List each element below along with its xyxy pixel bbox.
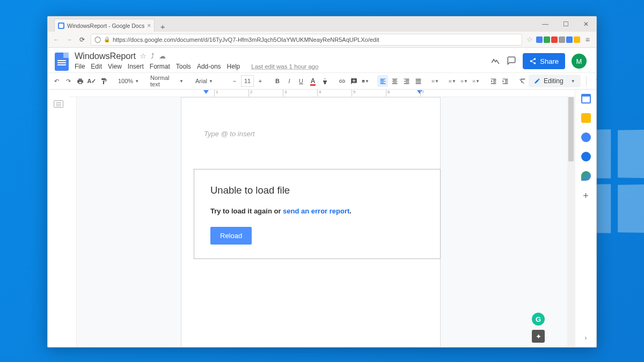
error-title: Unable to load file xyxy=(210,184,424,196)
menu-addons[interactable]: Add-ons xyxy=(197,63,221,70)
menu-bar: File Edit View Insert Format Tools Add-o… xyxy=(75,63,319,70)
svg-point-0 xyxy=(461,80,462,80)
add-comment-button[interactable] xyxy=(348,75,359,87)
reload-page-button[interactable]: ⟳ xyxy=(78,36,86,43)
shield-icon: ◯ xyxy=(94,36,101,43)
docs-header: WindowsReport ☆ ⤴ ☁ File Edit View Inser… xyxy=(48,48,596,72)
paint-format-button[interactable] xyxy=(98,75,109,87)
italic-button[interactable]: I xyxy=(284,75,295,87)
zoom-select[interactable]: 100%▼ xyxy=(115,75,141,87)
cloud-status-icon[interactable]: ☁ xyxy=(159,52,166,60)
editing-mode-select[interactable]: Editing ▼ xyxy=(529,75,581,87)
menu-tools[interactable]: Tools xyxy=(176,63,191,70)
indent-marker-left[interactable] xyxy=(203,90,209,94)
bold-button[interactable]: B xyxy=(272,75,283,87)
clear-format-button[interactable] xyxy=(517,75,528,87)
forward-button[interactable]: → xyxy=(65,36,74,43)
keep-icon[interactable] xyxy=(581,113,591,123)
grammarly-icon[interactable]: G xyxy=(532,313,545,326)
indent-decrease-button[interactable] xyxy=(488,75,499,87)
side-panel: + › xyxy=(575,90,596,347)
spellcheck-button[interactable]: A✓ xyxy=(86,75,97,87)
extension-icons[interactable] xyxy=(536,36,580,43)
avatar-initial: M xyxy=(576,57,582,65)
url-text: https://docs.google.com/document/d/16TyJ… xyxy=(113,36,379,43)
menu-format[interactable]: Format xyxy=(150,63,170,70)
underline-button[interactable]: U xyxy=(296,75,306,87)
vertical-ruler[interactable] xyxy=(69,97,77,347)
bookmark-star-icon[interactable]: ☆ xyxy=(526,35,533,43)
add-sidepanel-icon[interactable]: + xyxy=(583,190,589,202)
workspace: 1 2 3 4 5 6 7 Type @ to insert Unable to… xyxy=(48,90,596,347)
maps-icon[interactable] xyxy=(581,171,591,181)
calendar-icon[interactable] xyxy=(581,94,591,104)
checklist-button[interactable]: ▼ xyxy=(447,75,458,87)
share-label: Share xyxy=(540,57,559,65)
sidepanel-collapse-icon[interactable]: › xyxy=(584,328,587,347)
url-bar: ← → ⟳ ◯ 🔒 https://docs.google.com/docume… xyxy=(48,32,596,48)
menu-file[interactable]: File xyxy=(75,63,85,70)
menu-view[interactable]: View xyxy=(108,63,122,70)
url-field[interactable]: ◯ 🔒 https://docs.google.com/document/d/1… xyxy=(91,34,522,46)
font-size-field[interactable]: 11 xyxy=(241,75,254,87)
align-justify-button[interactable] xyxy=(413,75,423,87)
svg-point-2 xyxy=(461,82,462,82)
contacts-icon[interactable] xyxy=(581,152,591,161)
numbered-list-button[interactable]: ▼ xyxy=(471,75,481,87)
text-color-button[interactable]: A xyxy=(308,75,318,87)
document-title[interactable]: WindowsReport xyxy=(75,51,136,61)
link-button[interactable] xyxy=(336,75,347,87)
browser-window: WindowsReport - Google Docs × + — ☐ ✕ ← … xyxy=(47,16,597,348)
reload-button[interactable]: Reload xyxy=(210,227,252,245)
font-size-increase[interactable]: + xyxy=(255,75,266,87)
vertical-scrollbar[interactable] xyxy=(567,97,575,347)
align-center-button[interactable] xyxy=(389,75,400,87)
indent-increase-button[interactable] xyxy=(500,75,510,87)
docs-app: WindowsReport ☆ ⤴ ☁ File Edit View Inser… xyxy=(48,48,596,347)
browser-tab[interactable]: WindowsReport - Google Docs × xyxy=(54,19,155,32)
align-right-button[interactable] xyxy=(401,75,412,87)
horizontal-ruler[interactable]: 1 2 3 4 5 6 7 xyxy=(69,90,575,97)
star-icon[interactable]: ☆ xyxy=(140,52,147,60)
maximize-button[interactable]: ☐ xyxy=(555,17,576,31)
menu-edit[interactable]: Edit xyxy=(91,63,102,70)
docs-favicon xyxy=(58,23,64,29)
undo-button[interactable]: ↶ xyxy=(51,75,62,87)
back-button[interactable]: ← xyxy=(52,36,61,43)
menu-help[interactable]: Help xyxy=(227,63,240,70)
share-button[interactable]: Share xyxy=(523,53,565,69)
browser-menu-icon[interactable]: ≡ xyxy=(583,35,592,44)
explore-button[interactable]: ✦ xyxy=(532,330,545,343)
placeholder-text: Type @ to insert xyxy=(204,130,255,138)
line-spacing-button[interactable]: ▼ xyxy=(430,75,441,87)
error-dialog: Unable to load file Try to load it again… xyxy=(194,169,441,259)
style-select[interactable]: Normal text▼ xyxy=(148,75,186,87)
close-window-button[interactable]: ✕ xyxy=(576,17,596,31)
bullet-list-button[interactable]: ▼ xyxy=(459,75,470,87)
last-edit-text[interactable]: Last edit was 1 hour ago xyxy=(251,63,318,70)
error-message: Try to load it again or send an error re… xyxy=(210,207,424,215)
new-tab-button[interactable]: + xyxy=(157,21,169,32)
docs-logo[interactable] xyxy=(53,51,70,72)
window-controls: — ☐ ✕ xyxy=(535,17,596,32)
menu-insert[interactable]: Insert xyxy=(128,63,144,70)
font-size-decrease[interactable]: − xyxy=(229,75,240,87)
comment-icon[interactable] xyxy=(507,56,516,67)
outline-icon[interactable] xyxy=(54,100,63,108)
image-button[interactable]: ▼ xyxy=(360,75,371,87)
font-select[interactable]: Arial▼ xyxy=(193,75,223,87)
align-left-button[interactable] xyxy=(377,75,388,87)
error-report-link[interactable]: send an error report xyxy=(283,207,349,215)
avatar[interactable]: M xyxy=(572,54,587,69)
collapse-toolbar-icon[interactable]: ˆ xyxy=(592,78,603,84)
redo-button[interactable]: ↷ xyxy=(63,75,74,87)
close-tab-icon[interactable]: × xyxy=(147,23,151,29)
tasks-icon[interactable] xyxy=(581,132,591,142)
highlight-button[interactable] xyxy=(319,75,330,87)
minimize-button[interactable]: — xyxy=(535,17,555,31)
activity-icon[interactable] xyxy=(491,56,500,67)
tab-strip: WindowsReport - Google Docs × + — ☐ ✕ xyxy=(48,17,596,32)
print-button[interactable] xyxy=(75,75,85,87)
move-icon[interactable]: ⤴ xyxy=(151,52,155,60)
scrollbar-thumb[interactable] xyxy=(568,97,574,161)
